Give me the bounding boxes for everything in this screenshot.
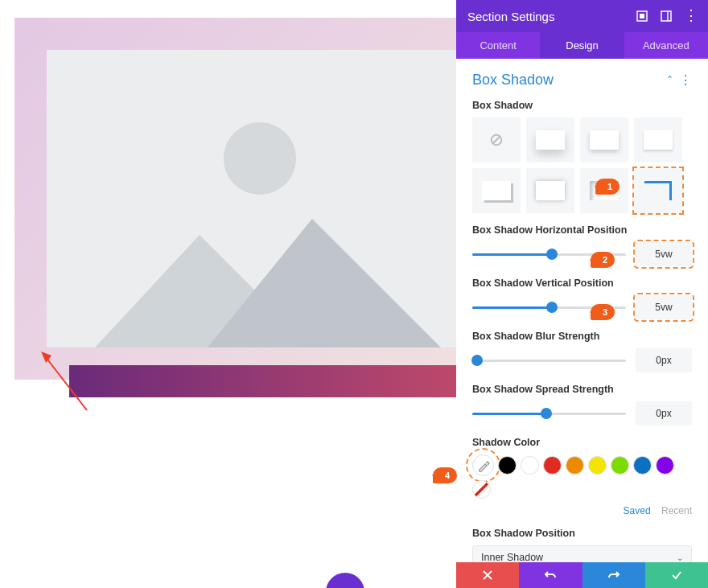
annotation-arrow bbox=[39, 350, 95, 418]
preset-3[interactable] bbox=[634, 117, 682, 162]
box-shadow-label: Box Shadow bbox=[472, 100, 692, 111]
spread-slider[interactable] bbox=[472, 405, 626, 421]
confirm-button[interactable] bbox=[645, 562, 708, 588]
shadow-color-label: Shadow Color bbox=[472, 437, 692, 448]
blur-input[interactable] bbox=[636, 348, 692, 372]
saved-colors-link[interactable]: Saved bbox=[624, 505, 651, 516]
callout-4: 4 bbox=[433, 467, 457, 483]
tab-bar: Content Design Advanced bbox=[456, 32, 708, 59]
layout-icon[interactable] bbox=[660, 10, 673, 23]
recent-colors-link[interactable]: Recent bbox=[661, 505, 692, 516]
shadow-preset-grid bbox=[472, 117, 692, 213]
panel-title: Section Settings bbox=[467, 10, 554, 23]
swatch-red[interactable] bbox=[543, 456, 562, 475]
v-pos-label: Box Shadow Vertical Position bbox=[472, 278, 692, 289]
swatch-blue[interactable] bbox=[633, 456, 652, 475]
svg-rect-8 bbox=[661, 11, 671, 21]
swatch-purple[interactable] bbox=[656, 456, 674, 475]
spread-label: Box Shadow Spread Strength bbox=[472, 384, 692, 395]
more-icon[interactable]: ⋮ bbox=[684, 10, 697, 23]
blur-label: Box Shadow Blur Strength bbox=[472, 331, 692, 342]
tab-content[interactable]: Content bbox=[456, 32, 540, 59]
svg-point-1 bbox=[224, 122, 296, 195]
preset-none[interactable] bbox=[472, 117, 521, 162]
section-more-icon[interactable]: ⋮ bbox=[679, 73, 692, 87]
tab-design[interactable]: Design bbox=[540, 32, 624, 59]
preset-7-selected[interactable] bbox=[634, 168, 682, 213]
callout-1: 1 bbox=[595, 179, 620, 195]
preset-1[interactable] bbox=[526, 117, 574, 162]
svg-marker-5 bbox=[41, 352, 51, 363]
v-pos-input[interactable] bbox=[636, 295, 692, 319]
tab-advanced[interactable]: Advanced bbox=[624, 32, 708, 59]
section-title[interactable]: Box Shadow ˄⋮ bbox=[472, 72, 692, 88]
h-pos-input[interactable] bbox=[636, 242, 692, 266]
preset-4[interactable] bbox=[472, 168, 521, 213]
swatch-yellow[interactable] bbox=[588, 456, 607, 475]
spread-input[interactable] bbox=[636, 401, 692, 426]
preset-2[interactable] bbox=[580, 117, 628, 162]
color-swatches bbox=[472, 454, 692, 499]
chevron-down-icon: ⌄ bbox=[677, 553, 683, 562]
image-placeholder bbox=[47, 50, 465, 347]
color-picker-icon[interactable] bbox=[472, 454, 494, 476]
box-shadow-position-label: Box Shadow Position bbox=[472, 528, 692, 539]
swatch-none[interactable] bbox=[472, 480, 491, 499]
chevron-up-icon[interactable]: ˄ bbox=[667, 74, 673, 87]
footer-actions bbox=[456, 562, 708, 588]
expand-icon[interactable] bbox=[636, 10, 648, 23]
cancel-button[interactable] bbox=[456, 562, 519, 588]
blur-slider[interactable] bbox=[472, 352, 626, 368]
preset-5[interactable] bbox=[526, 168, 574, 213]
svg-line-4 bbox=[45, 356, 87, 410]
shadow-preview-strip bbox=[69, 365, 475, 397]
callout-3: 3 bbox=[591, 304, 615, 320]
svg-rect-7 bbox=[640, 14, 644, 19]
swatch-green[interactable] bbox=[611, 456, 629, 475]
section-title-text: Box Shadow bbox=[472, 72, 554, 88]
callout-2: 2 bbox=[591, 252, 615, 268]
swatch-black[interactable] bbox=[498, 456, 517, 475]
swatch-orange[interactable] bbox=[566, 456, 584, 475]
fab-circle[interactable] bbox=[326, 573, 364, 588]
redo-button[interactable] bbox=[582, 562, 645, 588]
panel-titlebar: Section Settings ⋮ bbox=[456, 0, 708, 32]
position-select-value: Inner Shadow bbox=[481, 552, 543, 562]
svg-line-11 bbox=[493, 137, 500, 144]
swatch-white[interactable] bbox=[521, 456, 539, 475]
position-select[interactable]: Inner Shadow ⌄ bbox=[472, 545, 692, 562]
settings-panel: Section Settings ⋮ Content Design Advanc… bbox=[456, 0, 708, 588]
canvas-preview bbox=[14, 18, 456, 380]
undo-button[interactable] bbox=[519, 562, 582, 588]
h-pos-label: Box Shadow Horizontal Position bbox=[472, 224, 692, 236]
